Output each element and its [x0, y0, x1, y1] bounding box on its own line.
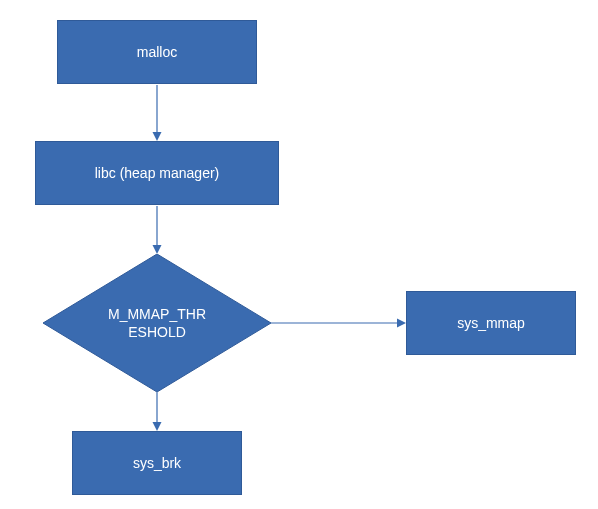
- arrowhead-icon: [153, 422, 162, 431]
- node-libc: libc (heap manager): [35, 141, 279, 205]
- node-malloc-label: malloc: [137, 43, 177, 61]
- node-libc-label: libc (heap manager): [95, 164, 220, 182]
- threshold-label-line1: M_MMAP_THR: [108, 306, 206, 322]
- node-threshold-label: M_MMAP_THR ESHOLD: [83, 298, 231, 348]
- node-sys-brk: sys_brk: [72, 431, 242, 495]
- node-threshold: M_MMAP_THR ESHOLD: [43, 254, 271, 392]
- arrowhead-icon: [397, 319, 406, 328]
- arrowhead-icon: [153, 245, 162, 254]
- threshold-label-line2: ESHOLD: [128, 324, 186, 340]
- node-malloc: malloc: [57, 20, 257, 84]
- node-sys-brk-label: sys_brk: [133, 454, 181, 472]
- node-sys-mmap-label: sys_mmap: [457, 314, 525, 332]
- arrowhead-icon: [153, 132, 162, 141]
- node-sys-mmap: sys_mmap: [406, 291, 576, 355]
